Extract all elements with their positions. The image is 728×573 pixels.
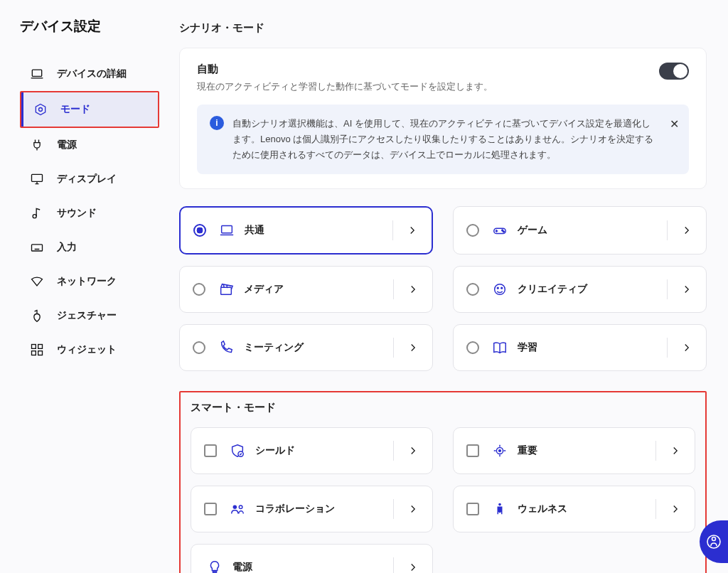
svg-rect-3 <box>32 174 43 181</box>
svg-rect-6 <box>32 345 36 349</box>
sidebar-title: デバイス設定 <box>20 17 159 36</box>
svg-point-12 <box>502 230 503 231</box>
chevron-right-icon[interactable] <box>393 499 419 519</box>
sidebar-item-label: ウィジェット <box>57 343 117 356</box>
auto-toggle[interactable] <box>659 63 689 80</box>
radio-selected-icon <box>193 224 206 237</box>
sidebar-item-power[interactable]: 電源 <box>20 128 159 162</box>
sidebar-item-gesture[interactable]: ジェスチャー <box>20 299 159 333</box>
svg-rect-10 <box>222 226 232 233</box>
svg-point-26 <box>712 537 716 541</box>
sidebar-item-sound[interactable]: サウンド <box>20 196 159 230</box>
scenario-mode-grid: 共通 ゲーム メディア クリエイティブ ミーティング <box>179 206 707 371</box>
svg-point-17 <box>501 288 503 289</box>
chevron-right-icon[interactable] <box>667 279 693 299</box>
chevron-right-icon[interactable] <box>393 338 419 358</box>
sidebar-item-label: ディスプレイ <box>57 173 117 186</box>
mode-label: メディア <box>244 283 284 296</box>
svg-marker-1 <box>36 105 45 115</box>
mode-card-meeting[interactable]: ミーティング <box>179 324 433 371</box>
chevron-right-icon[interactable] <box>667 220 693 240</box>
mode-card-media[interactable]: メディア <box>179 266 433 313</box>
sidebar: デバイス設定 デバイスの詳細 モード 電源 ディスプレイ サウンド 入力 ネット… <box>0 0 171 573</box>
sidebar-item-display[interactable]: ディスプレイ <box>20 162 159 196</box>
sidebar-item-label: サウンド <box>57 207 97 220</box>
collaboration-icon <box>230 501 245 517</box>
info-text: 自動シナリオ選択機能は、AI を使用して、現在のアクティビティに基づいてデバイス… <box>232 118 653 160</box>
keyboard-icon <box>30 240 44 255</box>
sidebar-item-mode[interactable]: モード <box>21 92 158 127</box>
radio-icon <box>466 224 479 237</box>
mode-label: クリエイティブ <box>518 283 587 296</box>
smart-card-shield[interactable]: シールド <box>191 427 433 474</box>
music-note-icon <box>30 206 44 220</box>
clapper-icon <box>218 282 234 297</box>
mode-card-study[interactable]: 学習 <box>453 324 707 371</box>
chevron-right-icon[interactable] <box>655 441 682 461</box>
svg-point-2 <box>39 108 43 112</box>
creative-icon <box>492 282 508 297</box>
smart-card-wellness[interactable]: ウェルネス <box>453 486 695 532</box>
svg-rect-9 <box>38 351 43 355</box>
gamepad-icon <box>492 223 508 238</box>
svg-rect-7 <box>38 345 43 349</box>
plug-icon <box>30 138 44 152</box>
smart-card-collaboration[interactable]: コラボレーション <box>191 486 433 532</box>
smart-mode-title: スマート・モード <box>191 401 695 414</box>
sidebar-item-label: モード <box>60 103 90 116</box>
chevron-right-icon[interactable] <box>393 441 419 461</box>
sidebar-item-label: ジェスチャー <box>57 309 117 322</box>
chevron-right-icon[interactable] <box>393 279 419 299</box>
sidebar-item-device-details[interactable]: デバイスの詳細 <box>20 57 159 91</box>
focus-icon <box>492 443 508 459</box>
mode-label: シールド <box>255 444 295 457</box>
laptop-icon <box>30 67 44 81</box>
mode-label: 電源 <box>232 561 252 573</box>
svg-point-23 <box>498 503 501 506</box>
checkbox-icon <box>204 503 217 515</box>
radio-icon <box>466 341 479 354</box>
mode-label: ミーティング <box>244 341 304 354</box>
info-icon: i <box>210 116 224 130</box>
phone-icon <box>218 340 234 355</box>
wifi-icon <box>30 274 44 289</box>
auto-mode-card: 自動 現在のアクティビティと学習した動作に基づいてモードを設定します。 i 自動… <box>179 48 707 189</box>
chevron-right-icon[interactable] <box>392 220 419 240</box>
chevron-right-icon[interactable] <box>655 499 682 519</box>
mode-icon <box>33 102 48 117</box>
highlight-smart-mode: スマート・モード シールド 重要 コラボレーション <box>179 391 707 573</box>
checkbox-icon <box>204 444 217 457</box>
mode-card-common[interactable]: 共通 <box>179 206 433 255</box>
svg-point-4 <box>33 215 36 218</box>
close-icon[interactable]: ✕ <box>670 114 679 134</box>
svg-rect-5 <box>32 245 43 251</box>
mode-card-creative[interactable]: クリエイティブ <box>453 266 707 313</box>
checkbox-icon <box>466 503 479 515</box>
svg-rect-24 <box>213 572 217 573</box>
scenario-mode-title: シナリオ・モード <box>179 21 707 35</box>
monitor-icon <box>30 172 44 186</box>
main-content: シナリオ・モード 自動 現在のアクティビティと学習した動作に基づいてモードを設定… <box>171 0 728 573</box>
auto-info-box: i 自動シナリオ選択機能は、AI を使用して、現在のアクティビティに基づいてデバ… <box>197 105 689 174</box>
smart-mode-grid: シールド 重要 コラボレーション ウェルネス <box>191 427 695 573</box>
chevron-right-icon[interactable] <box>393 557 419 573</box>
svg-rect-0 <box>32 70 41 76</box>
svg-rect-14 <box>221 288 232 295</box>
checkbox-icon <box>466 444 479 457</box>
gesture-icon <box>30 309 44 323</box>
widget-icon <box>30 343 44 357</box>
chevron-right-icon[interactable] <box>667 338 693 358</box>
sidebar-item-label: 電源 <box>57 139 77 151</box>
radio-icon <box>466 283 479 296</box>
svg-point-22 <box>239 505 242 509</box>
mode-card-game[interactable]: ゲーム <box>453 206 707 255</box>
smart-card-power[interactable]: 電源 <box>191 544 433 573</box>
highlight-mode-nav: モード <box>20 91 159 128</box>
sidebar-item-network[interactable]: ネットワーク <box>20 264 159 299</box>
laptop-icon <box>219 223 235 238</box>
mode-label: 共通 <box>245 224 264 237</box>
sidebar-item-label: ネットワーク <box>57 275 117 288</box>
smart-card-important[interactable]: 重要 <box>453 427 695 474</box>
sidebar-item-widget[interactable]: ウィジェット <box>20 333 159 367</box>
sidebar-item-input[interactable]: 入力 <box>20 230 159 264</box>
